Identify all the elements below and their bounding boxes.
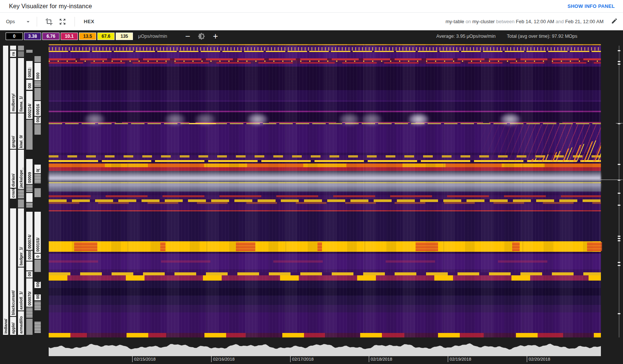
key-prefix-segment[interactable] [34, 124, 41, 135]
minimap-tick [618, 61, 620, 62]
key-prefix-segment[interactable]: blackcurrant/ [10, 208, 16, 316]
key-prefix-segment[interactable] [26, 203, 33, 208]
key-prefix-segment[interactable]: 00 [26, 271, 33, 278]
key-prefix-segment[interactable]: kiwi_0/ [18, 113, 24, 149]
key-prefix-segment[interactable] [18, 190, 24, 199]
heatmap-band-detail [49, 275, 601, 281]
key-prefix-segment[interactable] [18, 46, 24, 51]
key-prefix-segment[interactable]: 00009 [26, 159, 33, 184]
key-prefix-segment[interactable]: 000103/ [34, 212, 41, 253]
minimap-tick [618, 50, 620, 51]
key-prefix-segment[interactable]: 00016 [34, 101, 41, 116]
key-prefix-segment[interactable]: apple/ [10, 317, 16, 335]
key-prefix-segment[interactable]: 000074/ [26, 212, 33, 250]
key-prefix-segment[interactable] [34, 302, 41, 311]
key-prefix-segment[interactable]: 000214/ [26, 91, 33, 119]
key-prefix-segment[interactable] [34, 174, 41, 183]
key-visualizer-app: Key Visualizer for my-instance SHOW INFO… [0, 0, 623, 364]
key-prefix-label: 0 [36, 256, 40, 259]
key-prefix-segment[interactable] [26, 120, 33, 150]
key-prefix-segment[interactable] [26, 50, 33, 53]
key-prefix-segment[interactable] [26, 185, 33, 192]
date-tick: 02/17/2018 [290, 356, 314, 362]
heatmap-oliveseg [189, 123, 216, 124]
key-prefix-segment[interactable]: 0 [34, 254, 41, 259]
key-prefix-segment[interactable]: 00l [26, 80, 33, 90]
key-prefix-segment[interactable] [26, 319, 33, 335]
key-prefix-segment[interactable]: axolotl_1/ [18, 267, 24, 311]
key-prefix-segment[interactable]: llama_1/ [18, 58, 24, 113]
key-prefix-segment[interactable] [18, 199, 24, 208]
crop-selection-button[interactable] [42, 15, 56, 28]
key-prefix-segment[interactable]: 00007: [26, 251, 33, 261]
key-prefix-label: grape/ [11, 136, 15, 149]
key-prefix-label: armadillo [19, 316, 23, 335]
scope-part: Feb 14, 12:00 AM [516, 19, 554, 24]
heatmap-band-detail [49, 260, 601, 263]
key-prefix-segment[interactable]: jackalope_ [18, 150, 24, 189]
key-prefix-label: kiwi_0/ [19, 135, 23, 149]
key-prefix-label: 00l [27, 83, 32, 90]
key-prefix-segment[interactable]: armadillo [18, 311, 24, 335]
toolbar-separator [37, 17, 37, 27]
key-prefix-segment[interactable]: grape/ [10, 113, 16, 149]
key-prefix-segment[interactable] [34, 260, 41, 272]
minimap-tick [618, 240, 620, 241]
heatmap-band-detail [49, 58, 601, 60]
key-prefix-segment[interactable]: badger_1/ [18, 208, 24, 267]
key-prefix-label: 00 [27, 272, 32, 278]
minimap-tick [618, 265, 620, 266]
key-prefix-segment[interactable] [34, 56, 41, 62]
key-prefix-segment[interactable] [18, 51, 24, 57]
legend-stop: 10.1 [61, 33, 78, 40]
toolbar-separator [75, 17, 75, 27]
key-prefix-label: 00007: [27, 251, 32, 261]
timeline-scrubber[interactable] [49, 342, 601, 356]
key-prefix-label: blackcurrant/ [11, 290, 15, 316]
heatmap-band-detail [49, 47, 601, 51]
scope-part: between [495, 19, 516, 24]
key-prefix-segment[interactable] [34, 322, 41, 333]
key-prefix-segment[interactable] [34, 188, 41, 197]
key-prefix-segment[interactable] [26, 308, 33, 318]
key-prefix-segment[interactable]: 000 [34, 63, 41, 80]
key-prefix-segment[interactable]: 00( [34, 282, 41, 288]
key-prefix-segment[interactable] [26, 261, 33, 270]
decrease-brightness-button[interactable]: − [183, 33, 192, 40]
key-prefix-segment[interactable]: 00l [34, 294, 41, 300]
scope-part: on [464, 19, 472, 24]
time-axis: 02/15/201802/16/201802/17/201802/18/2018… [49, 356, 601, 364]
increase-brightness-button[interactable]: + [210, 33, 220, 40]
key-prefix-segment[interactable]: ra [10, 51, 16, 57]
key-prefix-segment[interactable] [34, 88, 41, 100]
key-prefix-segment[interactable]: 000070/ [26, 278, 33, 307]
minimap-tick [618, 236, 620, 237]
key-prefix-label: cranberry/ [11, 189, 15, 199]
edit-scope-button[interactable] [611, 18, 618, 26]
expand-view-button[interactable] [56, 15, 69, 28]
dropdown-caret-icon [25, 18, 31, 25]
key-prefix-segment[interactable]: durian/ [10, 150, 16, 188]
key-prefix-segment[interactable]: indiana/ [3, 46, 8, 335]
hex-toggle-button[interactable]: HEX [80, 16, 98, 27]
key-prefix-segment[interactable]: cranberry/ [10, 189, 16, 199]
key-prefix-label: durian/ [11, 174, 15, 188]
minimap-connector [616, 123, 623, 123]
legend-stop: 135 [116, 33, 133, 40]
heatmap-canvas[interactable] [49, 44, 601, 337]
show-info-panel-button[interactable]: SHOW INFO PANEL [568, 3, 615, 9]
key-prefix-segment[interactable]: mulberry/ [10, 58, 16, 113]
minimap-tick [618, 238, 620, 239]
metric-dropdown[interactable]: Ops [6, 18, 31, 25]
key-prefix-label: mulberry/ [11, 94, 15, 113]
heatmap-red-patch [160, 242, 165, 251]
key-prefix-label: apple/ [11, 322, 15, 335]
key-prefix-segment[interactable]: 0( [34, 165, 41, 173]
key-prefix-segment[interactable] [34, 81, 41, 87]
key-prefix-segment[interactable] [10, 46, 16, 50]
key-prefix-label: 00( [36, 117, 40, 123]
key-prefix-segment[interactable]: 00( [34, 117, 41, 123]
key-prefix-segment[interactable] [26, 193, 33, 202]
key-prefix-label: 000074/ [27, 235, 32, 250]
key-prefix-segment[interactable]: 0002: [26, 61, 33, 79]
